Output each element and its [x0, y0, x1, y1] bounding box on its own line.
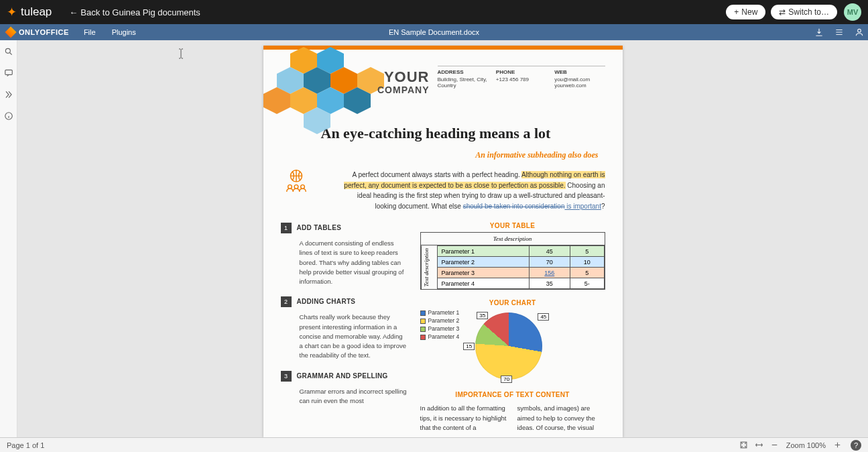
svg-point-18 — [300, 185, 304, 189]
svg-rect-2 — [5, 70, 12, 74]
document-viewport[interactable]: YOUR COMPANY ADDRESS Building, Street, C… — [17, 40, 868, 437]
new-button[interactable]: + New — [726, 5, 765, 19]
chart-section: YOUR CHART Parameter 1 Parameter 2 Param… — [420, 299, 605, 383]
left-rail — [0, 40, 17, 437]
zoom-out-icon[interactable] — [770, 441, 779, 449]
document-page: YOUR COMPANY ADDRESS Building, Street, C… — [263, 46, 623, 437]
tip-2: 2ADDING CHARTS Charts really work becaus… — [281, 296, 407, 360]
menu-icon[interactable] — [834, 27, 844, 37]
status-bar: Page 1 of 1 Zoom 100% ? — [0, 437, 868, 452]
zoom-in-icon[interactable] — [833, 441, 842, 449]
svg-point-1 — [5, 48, 10, 53]
menu-file[interactable]: File — [76, 28, 104, 36]
globe-people-icon — [284, 168, 309, 193]
table-row: Parameter 27010 — [437, 257, 604, 268]
brand: ✦ tuleap — [7, 5, 52, 19]
table-section-title: YOUR TABLE — [420, 222, 605, 229]
page-info: Page 1 of 1 — [7, 441, 44, 449]
user-icon[interactable] — [855, 27, 864, 37]
document-title: EN Sample Document.docx — [389, 28, 479, 36]
tips-column: 1ADD TABLES A document consisting of end… — [281, 222, 407, 433]
importance-columns: In addition to all the formatting tips, … — [420, 404, 605, 433]
back-link[interactable]: ← Back to Guinea Pig documents — [69, 7, 200, 17]
tip-3: 3GRAMMAR AND SPELLING Grammar errors and… — [281, 370, 407, 406]
logo-icon — [5, 27, 17, 38]
fit-page-icon[interactable] — [739, 441, 748, 449]
sample-table: Text description Text description Parame… — [420, 232, 605, 290]
importance-title: IMPORTANCE OF TEXT CONTENT — [420, 391, 605, 398]
info-icon[interactable] — [4, 111, 13, 121]
onlyoffice-appbar: ONLYOFFICE File Plugins EN Sample Docume… — [0, 24, 868, 40]
tip-1: 1ADD TABLES A document consisting of end… — [281, 222, 407, 286]
pie-chart: 45 70 15 35 — [466, 309, 553, 383]
brand-name: tuleap — [21, 5, 52, 19]
document-intro: A perfect document always starts with a … — [281, 170, 605, 211]
download-icon[interactable] — [814, 27, 824, 37]
chart-legend: Parameter 1 Parameter 2 Parameter 3 Para… — [420, 309, 460, 341]
zoom-label: Zoom 100% — [786, 441, 826, 449]
search-icon[interactable] — [4, 47, 13, 56]
navigation-icon[interactable] — [4, 90, 13, 99]
svg-point-0 — [858, 29, 861, 32]
help-button[interactable]: ? — [851, 440, 861, 451]
table-row: Parameter 4355- — [437, 278, 604, 289]
legend-swatch — [420, 335, 426, 340]
back-label: Back to Guinea Pig documents — [80, 7, 200, 17]
company-name: YOUR COMPANY — [377, 70, 430, 95]
menu-plugins[interactable]: Plugins — [104, 28, 144, 36]
plus-icon: + — [734, 7, 739, 17]
switch-to-button[interactable]: ⇄ Switch to… — [771, 5, 837, 19]
legend-swatch — [420, 327, 426, 332]
svg-point-16 — [288, 185, 292, 189]
document-subheading: An informative subheading also does — [281, 150, 599, 160]
arrow-left-icon: ← — [69, 7, 78, 17]
app-logo: ONLYOFFICE — [0, 28, 76, 36]
user-avatar[interactable]: MV — [844, 3, 861, 21]
tuleap-topbar: ✦ tuleap ← Back to Guinea Pig documents … — [0, 0, 868, 24]
app-name: ONLYOFFICE — [19, 28, 69, 36]
comments-icon[interactable] — [4, 68, 13, 78]
fit-width-icon[interactable] — [755, 441, 763, 449]
contact-columns: ADDRESS Building, Street, City, Country … — [438, 66, 605, 89]
flame-icon: ✦ — [7, 5, 17, 19]
legend-swatch — [420, 310, 426, 316]
shuffle-icon: ⇄ — [779, 7, 786, 17]
svg-point-17 — [294, 185, 298, 189]
table-row: Parameter 1455 — [437, 246, 604, 257]
legend-swatch — [420, 319, 426, 324]
table-row: Parameter 31565 — [437, 268, 604, 278]
